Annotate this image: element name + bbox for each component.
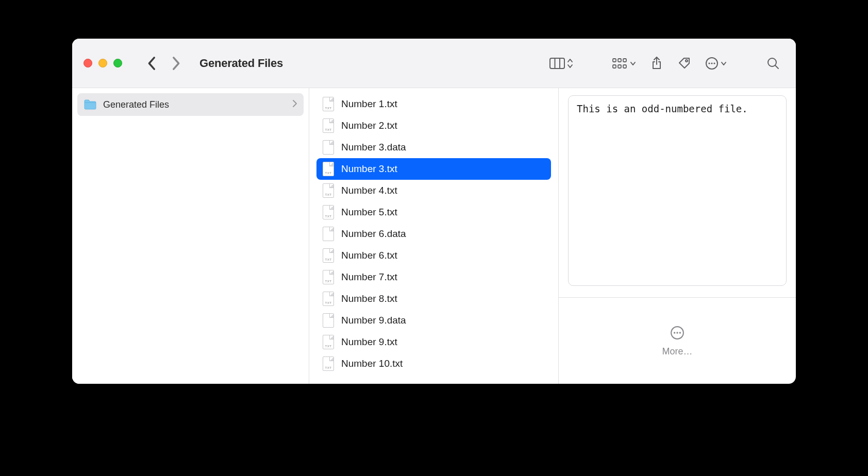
file-name: Number 9.txt [341,336,397,348]
svg-point-13 [711,62,712,64]
share-button[interactable] [645,52,668,75]
svg-rect-5 [623,59,626,62]
file-row[interactable]: TXTNumber 5.txt [316,201,551,223]
file-row[interactable]: TXTNumber 2.txt [316,115,551,137]
txt-file-icon: TXT [323,356,334,371]
folder-row[interactable]: Generated Files [77,93,304,116]
tag-icon [678,57,691,70]
svg-rect-7 [618,65,621,68]
svg-point-12 [708,62,710,64]
svg-point-19 [676,332,678,333]
file-name: Number 7.txt [341,271,397,283]
file-name: Number 10.txt [341,358,403,369]
forward-button[interactable] [166,52,185,75]
svg-rect-4 [618,59,621,62]
toolbar: Generated Files [72,39,796,88]
file-row[interactable]: TXTNumber 9.txt [316,331,551,353]
txt-file-icon: TXT [323,335,334,349]
file-name: Number 6.data [341,228,406,240]
window-controls [84,59,122,67]
file-row[interactable]: TXTNumber 6.txt [316,245,551,266]
txt-file-icon: TXT [323,162,334,176]
window-title: Generated Files [199,57,283,70]
share-icon [650,56,663,71]
folder-label: Generated Files [103,99,169,110]
close-button[interactable] [84,59,92,67]
svg-point-14 [713,62,715,64]
file-name: Number 6.txt [341,250,397,261]
column-3-preview: This is an odd-numbered file. More… [559,88,796,384]
column-view: Generated Files TXTNumber 1.txtTXTNumber… [72,88,796,384]
finder-window: Generated Files [72,39,796,384]
file-row[interactable]: TXTNumber 4.txt [316,180,551,201]
preview-content: This is an odd-numbered file. [568,95,787,286]
more-label: More… [662,346,692,357]
file-name: Number 3.data [341,142,406,153]
view-mode-button[interactable] [545,52,577,75]
txt-file-icon: TXT [323,118,334,133]
file-name: Number 3.txt [341,163,397,175]
file-row[interactable]: TXTNumber 7.txt [316,266,551,288]
file-row[interactable]: TXTNumber 8.txt [316,288,551,310]
ellipsis-circle-icon [705,57,719,70]
tags-button[interactable] [673,52,696,75]
ellipsis-circle-icon [669,325,686,341]
txt-file-icon: TXT [323,183,334,198]
column-2-files: TXTNumber 1.txtTXTNumber 2.txtNumber 3.d… [309,88,559,384]
file-row[interactable]: Number 3.data [316,137,551,158]
file-name: Number 5.txt [341,207,397,218]
chevron-right-icon [171,56,180,71]
file-row[interactable]: TXTNumber 3.txt [316,158,551,180]
back-button[interactable] [143,52,161,75]
more-button[interactable]: More… [559,298,796,384]
file-row[interactable]: Number 9.data [316,310,551,331]
file-row[interactable]: TXTNumber 1.txt [316,93,551,115]
chevron-left-icon [147,56,157,71]
chevron-right-icon [292,99,297,110]
svg-rect-3 [613,59,616,62]
file-name: Number 8.txt [341,293,397,304]
folder-icon [84,99,97,110]
search-button[interactable] [762,52,784,75]
data-file-icon [323,140,334,155]
data-file-icon [323,313,334,328]
chevron-down-icon [721,60,727,66]
group-button[interactable] [608,52,640,75]
file-name: Number 9.data [341,315,406,326]
svg-point-18 [674,332,675,333]
file-row[interactable]: TXTNumber 10.txt [316,353,551,375]
txt-file-icon: TXT [323,248,334,263]
file-name: Number 2.txt [341,120,397,131]
svg-rect-6 [613,65,616,68]
actions-button[interactable] [701,52,731,75]
minimize-button[interactable] [98,59,107,67]
file-row[interactable]: Number 6.data [316,223,551,245]
svg-line-16 [775,65,778,69]
svg-point-20 [679,332,681,333]
txt-file-icon: TXT [323,205,334,219]
svg-rect-0 [550,58,564,69]
fullscreen-button[interactable] [113,59,122,67]
up-down-chevron-icon [567,58,573,69]
search-icon [766,57,780,70]
chevron-down-icon [630,60,636,66]
svg-point-10 [686,60,688,62]
group-icon [612,58,628,69]
file-name: Number 4.txt [341,185,397,196]
columns-icon [549,58,565,69]
file-name: Number 1.txt [341,98,397,110]
txt-file-icon: TXT [323,292,334,306]
data-file-icon [323,227,334,241]
svg-rect-8 [623,65,626,68]
txt-file-icon: TXT [323,270,334,284]
txt-file-icon: TXT [323,97,334,111]
column-1: Generated Files [72,88,309,384]
